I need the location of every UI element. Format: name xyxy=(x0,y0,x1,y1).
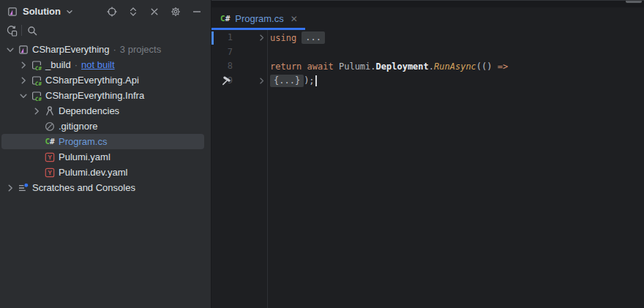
chevron-down-icon xyxy=(64,7,75,17)
svg-text:Y: Y xyxy=(48,169,52,176)
chevron-down-icon[interactable] xyxy=(17,90,30,102)
code-token: await xyxy=(307,61,334,72)
line-number: 7 xyxy=(211,45,233,60)
project-icon: C# xyxy=(30,75,43,86)
code-token: Deployment xyxy=(376,61,429,72)
ignored-icon xyxy=(43,121,56,132)
window-corner-fragment xyxy=(626,1,642,3)
code-token xyxy=(493,61,498,72)
tree-item-gitignore[interactable]: .gitignore xyxy=(1,119,204,134)
folded-region[interactable]: {...} xyxy=(270,75,304,87)
tree-item-suffix: 3 projects xyxy=(120,44,161,55)
line-number: 1 xyxy=(211,31,233,45)
tab-label: Program.cs xyxy=(235,13,283,24)
project-icon: C# xyxy=(30,90,43,102)
yaml-icon: Y xyxy=(43,167,56,179)
tree-item-pulumi-dev-yaml[interactable]: YPulumi.dev.yaml xyxy=(1,165,204,180)
magnifier-icon xyxy=(26,25,38,37)
code-token: Pulumi xyxy=(339,61,370,72)
locate-file-button[interactable] xyxy=(105,5,119,18)
tree-item-label: Program.cs xyxy=(59,136,107,147)
folded-region[interactable]: ... xyxy=(302,31,325,44)
gutter-line-7: 7 xyxy=(211,45,267,60)
tree-item-api[interactable]: C#CSharpEverything.Api xyxy=(1,72,204,88)
settings-button[interactable] xyxy=(169,5,182,18)
code-line-8[interactable]: 8return await Pulumi.Deployment.RunAsync… xyxy=(211,59,644,74)
select-opened-file-button[interactable] xyxy=(4,24,18,37)
csharp-icon: C# xyxy=(43,137,56,146)
tree-item-label: Pulumi.dev.yaml xyxy=(59,167,127,178)
tree-item-label: CSharpEverything.Api xyxy=(45,75,139,86)
tree-item-dependencies[interactable]: Dependencies xyxy=(1,103,204,119)
svg-text:C#: C# xyxy=(35,64,42,70)
tree-item-infra[interactable]: C#CSharpEverything.Infra xyxy=(1,88,204,103)
csharp-file-icon: C# xyxy=(220,14,230,23)
hammer-icon[interactable] xyxy=(221,75,232,86)
chevron-right-icon[interactable] xyxy=(4,182,17,194)
tree-item-label: CSharpEverything xyxy=(32,44,110,55)
chevron-down-icon[interactable] xyxy=(4,44,17,56)
text-caret xyxy=(315,75,317,86)
chevron-right-icon[interactable] xyxy=(17,59,30,71)
ide-window: Solution CSharpEverything·3 projectsC#_b… xyxy=(0,0,644,308)
fold-arrow-icon[interactable] xyxy=(256,75,266,86)
code-token: => xyxy=(498,61,508,72)
tree-item-label: Scratches and Consoles xyxy=(32,182,135,193)
code-line-text[interactable]: {...}); xyxy=(267,75,317,87)
code-line-1[interactable]: 1using ... xyxy=(211,31,644,45)
close-tab-icon[interactable]: ✕ xyxy=(291,15,298,23)
chevron-right-icon[interactable] xyxy=(30,105,43,117)
tree-item-pulumi-yaml[interactable]: YPulumi.yaml xyxy=(1,149,204,165)
code-line-text[interactable]: return await Pulumi.Deployment.RunAsync(… xyxy=(267,61,508,72)
tree-item-build[interactable]: C#_build·not built xyxy=(1,57,204,72)
solution-tool-window: Solution CSharpEverything·3 projectsC#_b… xyxy=(0,0,211,308)
tree-item-scratches[interactable]: Scratches and Consoles xyxy=(1,180,204,195)
code-token: RunAsync xyxy=(434,61,476,72)
not-built-link[interactable]: not built xyxy=(81,59,115,70)
expand-all-button[interactable] xyxy=(127,5,140,18)
search-button[interactable] xyxy=(26,24,39,37)
code-token: . xyxy=(429,61,434,72)
target-icon xyxy=(106,6,118,18)
code-token: ); xyxy=(304,75,314,86)
editor-tab-bar: C# Program.cs ✕ xyxy=(211,7,644,30)
fold-arrow-icon[interactable] xyxy=(256,32,266,43)
solution-tree: CSharpEverything·3 projectsC#_build·not … xyxy=(0,40,211,308)
minus-icon xyxy=(191,6,203,18)
svg-text:Y: Y xyxy=(48,154,52,161)
code-editor[interactable]: 1using ...78return await Pulumi.Deployme… xyxy=(211,30,644,308)
code-token: using xyxy=(270,33,302,43)
solution-selector[interactable]: Solution xyxy=(6,5,75,18)
code-line-7[interactable]: 7 xyxy=(211,45,644,60)
gutter-line-8: 8 xyxy=(211,59,267,74)
panel-title: Solution xyxy=(23,6,61,17)
gear-icon xyxy=(170,6,181,18)
svg-text:C#: C# xyxy=(35,80,42,86)
gutter-line-1: 1 xyxy=(211,31,267,45)
svg-text:C#: C# xyxy=(35,95,42,101)
project-icon: C# xyxy=(30,59,43,71)
code-token: (() xyxy=(476,61,493,72)
dependencies-icon xyxy=(43,105,56,117)
double-chevron-icon xyxy=(127,6,139,18)
gutter-separator xyxy=(267,30,268,308)
separator-dot: · xyxy=(113,44,116,55)
circular-arrow-file-icon xyxy=(5,24,18,37)
tree-item-program-cs[interactable]: C#Program.cs xyxy=(1,134,204,149)
code-line-9[interactable]: 9{...}); xyxy=(211,74,644,89)
hide-panel-button[interactable] xyxy=(190,5,203,18)
tree-item-label: CSharpEverything.Infra xyxy=(45,90,144,101)
code-token: return xyxy=(270,61,302,72)
code-token: . xyxy=(370,61,375,72)
editor-area: C# Program.cs ✕ 1using ...78return await… xyxy=(211,0,644,308)
code-line-text[interactable]: using ... xyxy=(267,31,325,44)
tree-item-label: .gitignore xyxy=(59,121,97,132)
tab-program-cs[interactable]: C# Program.cs ✕ xyxy=(211,7,305,30)
collapse-all-button[interactable] xyxy=(148,5,161,18)
close-x-icon xyxy=(149,6,160,18)
tree-item-label: Pulumi.yaml xyxy=(59,151,111,162)
gutter-line-9: 9 xyxy=(211,74,267,89)
chevron-right-icon[interactable] xyxy=(17,75,30,86)
solution-icon xyxy=(6,5,19,18)
tree-item-csharpeverything[interactable]: CSharpEverything·3 projects xyxy=(1,42,204,57)
